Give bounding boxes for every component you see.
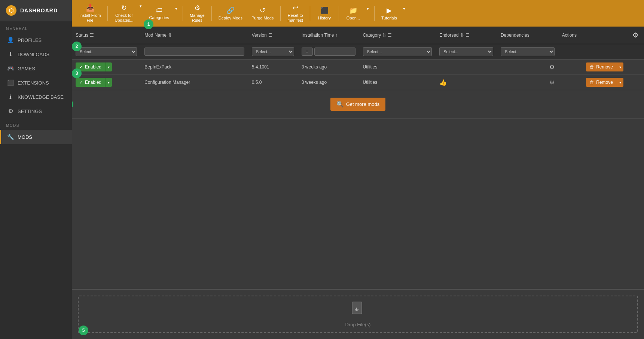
toolbar-sep-5: [310, 6, 310, 21]
sidebar-item-extensions[interactable]: ⬛ EXTENSIONS: [0, 76, 72, 90]
deploy-mods-button[interactable]: 🔗 Deploy Mods: [215, 5, 246, 22]
config-manager-enabled-button[interactable]: ✓ Enabled: [76, 78, 105, 87]
filter-status-select[interactable]: Select...: [76, 47, 137, 56]
history-button[interactable]: ⬛ History: [313, 5, 336, 22]
config-manager-enabled-check: ✓: [79, 80, 83, 85]
purge-mods-button[interactable]: ↺ Purge Mods: [248, 5, 277, 22]
bepinexpack-deps-icon[interactable]: ⚙: [549, 64, 555, 71]
config-manager-enabled-dropdown[interactable]: ▾: [105, 78, 112, 87]
row-bepinexpack-deps-cell: ⚙: [497, 59, 558, 75]
sidebar-item-downloads[interactable]: ⬇ DOWNLOADS: [0, 47, 72, 61]
config-manager-remove-dropdown[interactable]: ▾: [617, 78, 623, 87]
bepinexpack-remove-group: 🗑 Remove ▾: [586, 62, 623, 71]
filter-version-select[interactable]: Select...: [252, 47, 294, 56]
config-manager-remove-group: 🗑 Remove ▾: [586, 78, 623, 87]
open-dropdown[interactable]: ▾: [364, 5, 371, 22]
filter-category-select[interactable]: Select...: [363, 47, 432, 56]
config-manager-enabled-group: ✓ Enabled ▾: [76, 78, 112, 87]
tutorials-label: Tutorials: [381, 16, 397, 21]
modname-sort-icon[interactable]: ⇅: [168, 33, 172, 38]
sidebar-header: ⬡ DASHBOARD: [0, 0, 72, 21]
category-header-label: Category: [363, 33, 381, 38]
tutorials-chevron: ▾: [403, 6, 405, 11]
tutorials-dropdown[interactable]: ▾: [401, 5, 408, 22]
manage-rules-label: ManageRules: [190, 13, 205, 23]
row-bepinexpack-endorsed-cell: [436, 59, 497, 75]
sidebar-item-games[interactable]: 🎮 GAMES: [0, 61, 72, 76]
table-row: ✓ Enabled ▾ Configuration Manager 0.5.0: [72, 75, 644, 90]
endorsed-header-label: Endorsed: [439, 33, 458, 38]
reset-to-manifest-button[interactable]: ↩ Reset tomanifest: [284, 2, 307, 24]
filter-deps-select[interactable]: Select...: [501, 47, 555, 56]
config-manager-endorsed-icon[interactable]: 👍: [439, 79, 447, 86]
row-config-manager-category-cell: Utilities: [359, 75, 436, 90]
config-manager-modname: Configuration Manager: [144, 80, 190, 85]
status-header-menu-icon[interactable]: ☰: [90, 33, 94, 38]
category-sort-icon[interactable]: ⇅: [382, 33, 386, 38]
sidebar-item-knowledge-base[interactable]: ℹ KNOWLEDGE BASE: [0, 90, 72, 104]
install-from-file-label: Install FromFile: [79, 13, 101, 23]
category-menu-icon[interactable]: ☰: [388, 33, 392, 38]
deps-header-label: Dependencies: [501, 33, 529, 38]
categories-chevron: ▾: [175, 6, 177, 11]
mods-table: Status ☰ Mod Name ⇅ Vers: [72, 27, 644, 119]
modname-header-label: Mod Name: [144, 33, 167, 38]
install-from-file-icon: 📥: [86, 4, 94, 12]
drop-zone-icon: [351, 301, 365, 319]
bepinexpack-actions-area: 🗑 Remove ▾: [562, 62, 623, 71]
open-chevron: ▾: [367, 6, 369, 11]
filter-insttime-input[interactable]: [314, 48, 355, 56]
get-more-mods-button[interactable]: 🔍 Get more mods: [330, 98, 386, 111]
sidebar-item-profiles[interactable]: 👤 PROFILES: [0, 33, 72, 47]
table-settings-button[interactable]: ⚙: [631, 30, 640, 41]
check-for-updates-dropdown[interactable]: ▾: [137, 2, 144, 24]
bepinexpack-enabled-button[interactable]: ✓ Enabled: [76, 62, 105, 71]
config-manager-deps-icon[interactable]: ⚙: [549, 79, 555, 86]
config-manager-remove-button[interactable]: 🗑 Remove: [586, 78, 617, 87]
toolbar-sep-2: [183, 6, 183, 21]
categories-icon: 🏷: [156, 6, 162, 14]
sidebar-item-mods[interactable]: 🔧 MODS: [0, 130, 72, 144]
insttime-sort-icon[interactable]: ↑: [336, 33, 338, 38]
bepinexpack-enabled-dropdown[interactable]: ▾: [105, 62, 112, 71]
check-for-updates-chevron: ▾: [140, 4, 142, 9]
sidebar-item-settings[interactable]: ⚙ SETTINGS: [0, 104, 72, 118]
bepinexpack-remove-button[interactable]: 🗑 Remove: [586, 62, 617, 71]
row-bepinexpack-modname-cell: BepInExPack: [141, 59, 248, 75]
categories-button[interactable]: 🏷 Categories: [146, 5, 173, 22]
categories-dropdown[interactable]: ▾: [173, 5, 180, 22]
filter-category-cell: Select...: [359, 44, 436, 59]
tutorials-icon: ▶: [387, 6, 392, 15]
endorsed-menu-icon[interactable]: ☰: [466, 33, 470, 38]
reset-to-manifest-icon: ↩: [293, 4, 298, 12]
sidebar: ⬡ DASHBOARD GENERAL 👤 PROFILES ⬇ DOWNLOA…: [0, 0, 72, 339]
bepinexpack-enabled-check: ✓: [79, 64, 83, 70]
config-manager-remove-trash-icon: 🗑: [590, 80, 594, 85]
sidebar-item-mods-label: MODS: [18, 134, 32, 140]
filter-endorsed-select[interactable]: Select...: [439, 47, 493, 56]
col-header-modname: Mod Name ⇅: [141, 27, 248, 44]
mods-section-label: MODS: [0, 118, 72, 130]
get-more-row: 4 🔍 Get more mods: [72, 90, 644, 119]
col-header-endorsed: Endorsed ⇅ ☰: [436, 27, 497, 44]
table-header-row: Status ☰ Mod Name ⇅ Vers: [72, 27, 644, 44]
version-header-label: Version: [252, 33, 267, 38]
endorsed-sort-icon[interactable]: ⇅: [460, 33, 464, 38]
check-for-updates-button[interactable]: ↻ Check forUpdates...: [111, 2, 137, 24]
mods-table-area: Status ☰ Mod Name ⇅ Vers: [72, 27, 644, 289]
row-config-manager-endorsed-cell: 👍: [436, 75, 497, 90]
filter-endorsed-cell: Select...: [436, 44, 497, 59]
profiles-icon: 👤: [7, 37, 14, 43]
bepinexpack-remove-dropdown[interactable]: ▾: [617, 62, 623, 71]
drop-zone[interactable]: Drop File(s): [78, 296, 638, 333]
open-button[interactable]: 📁 Open...: [342, 5, 364, 22]
row-bepinexpack-insttime-cell: 3 weeks ago: [298, 59, 359, 75]
tutorials-button[interactable]: ▶ Tutorials: [378, 5, 401, 22]
drop-zone-container: 5 Drop File(s): [72, 289, 644, 339]
filter-modname-input[interactable]: [144, 48, 244, 56]
row-bepinexpack-category-cell: Utilities: [359, 59, 436, 75]
install-from-file-button[interactable]: 📥 Install FromFile: [76, 2, 104, 24]
version-header-menu-icon[interactable]: ☰: [268, 33, 272, 38]
actions-header-label: Actions: [562, 33, 577, 38]
manage-rules-button[interactable]: ⚙ ManageRules: [186, 2, 208, 24]
